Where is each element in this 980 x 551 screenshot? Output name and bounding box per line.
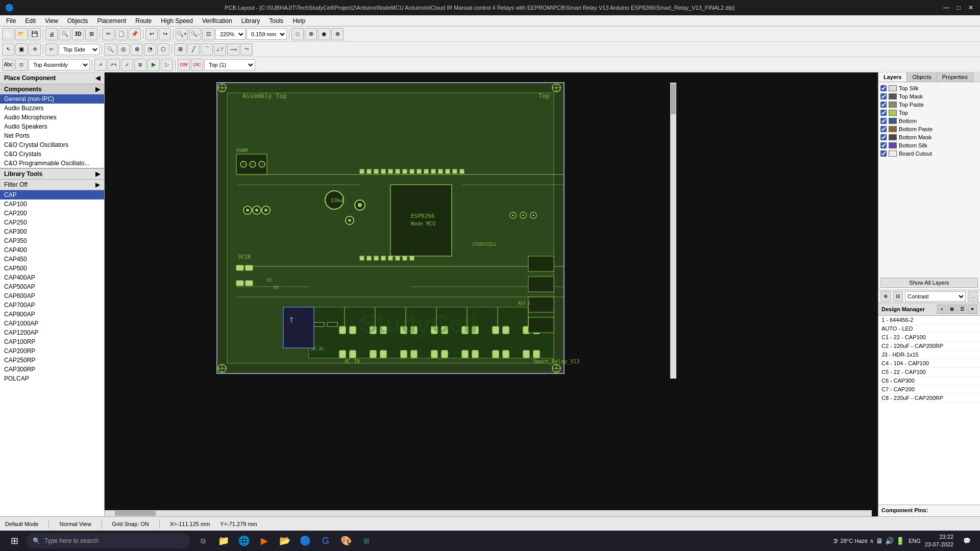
layer-checkbox[interactable]: [880, 142, 887, 148]
menu-item-route[interactable]: Route: [131, 16, 156, 26]
cap-list-item[interactable]: CAP350: [0, 236, 104, 245]
contrast-btn-2[interactable]: ⊟: [893, 291, 903, 302]
zoom-select[interactable]: 220%: [215, 29, 246, 40]
design-manager-item[interactable]: C5 - 22 - CAP100: [878, 368, 980, 377]
network-icon[interactable]: 🖥: [876, 537, 883, 545]
contrast-btn-1[interactable]: ⊕: [880, 291, 891, 302]
menu-item-help[interactable]: Help: [288, 16, 309, 26]
design-manager-item[interactable]: C2 - 220uF - CAP200RP: [878, 342, 980, 350]
chevron-up-icon[interactable]: ∧: [870, 538, 874, 544]
library-tools-header[interactable]: Library Tools ▶: [0, 168, 104, 180]
pcb-view[interactable]: ESP8266 Node MCU STUDYCELL: [105, 72, 878, 516]
gloss-button[interactable]: 〜: [240, 43, 253, 56]
play2-btn[interactable]: ▷: [161, 59, 173, 71]
design-manager-item[interactable]: C1 - 22 - CAP100: [878, 333, 980, 342]
taskbar-app-browser1[interactable]: 🌐: [235, 532, 253, 550]
menu-item-view[interactable]: View: [41, 16, 62, 26]
zoom-in-button[interactable]: 🔍+: [176, 28, 188, 40]
start-button[interactable]: ⊞: [4, 532, 24, 550]
search-button[interactable]: 🔍: [59, 28, 71, 40]
cap-list-item[interactable]: POLCAP: [0, 374, 104, 383]
layer-checkbox[interactable]: [880, 93, 887, 99]
comp-item[interactable]: C&O Crystal Oscillators: [0, 140, 104, 149]
poly-button[interactable]: ⬡: [157, 43, 169, 56]
measure-button[interactable]: ⊕: [131, 43, 143, 56]
dfm2-btn[interactable]: DfC: [191, 59, 203, 71]
components-header[interactable]: Components ▶: [0, 84, 104, 94]
cap-list-item[interactable]: CAP250: [0, 218, 104, 227]
select-button[interactable]: ↖: [2, 43, 14, 56]
drc-button[interactable]: ◎: [117, 43, 130, 56]
design-manager-item[interactable]: C8 - 220uF - CAP200RP: [878, 394, 980, 403]
design-manager-item[interactable]: J3 - HDR-1x15: [878, 350, 980, 359]
route-mode2-btn[interactable]: ↗↖: [108, 59, 120, 71]
taskbar-app-file-explorer[interactable]: 📁: [214, 532, 233, 550]
menu-item-high-speed[interactable]: High Speed: [157, 16, 197, 26]
tab-objects[interactable]: Objects: [907, 72, 937, 82]
arc-button[interactable]: ◔: [144, 43, 156, 56]
cap-list-item[interactable]: CAP100RP: [0, 337, 104, 346]
str-button[interactable]: ⊡: [15, 59, 28, 71]
pad-button[interactable]: ◉: [318, 28, 330, 40]
layer-checkbox[interactable]: [880, 102, 887, 108]
filter-header[interactable]: Filter Off ▶: [0, 180, 104, 190]
design-manager-item[interactable]: 1 - 644456-2: [878, 316, 980, 324]
menu-item-verification[interactable]: Verification: [198, 16, 236, 26]
comp-item[interactable]: Audio Buzzers: [0, 104, 104, 113]
menu-item-objects[interactable]: Objects: [63, 16, 92, 26]
contrast-select[interactable]: Contrast: [905, 291, 966, 302]
comp-item[interactable]: Net Ports: [0, 131, 104, 140]
route-mode3-btn[interactable]: ⤢: [121, 59, 133, 71]
play-btn[interactable]: ▶: [148, 59, 160, 71]
contrast-more-btn[interactable]: …: [968, 291, 978, 302]
comp-item[interactable]: General (non-IPC): [0, 94, 104, 104]
clock[interactable]: 23:22 23-07-2022: [925, 533, 953, 549]
comp-item[interactable]: C&O Programmable Oscillato...: [0, 159, 104, 168]
design-manager-item[interactable]: AUTO - LED: [878, 324, 980, 333]
menu-item-library[interactable]: Library: [237, 16, 264, 26]
cap-list-item[interactable]: CAP250RP: [0, 356, 104, 365]
grid-select[interactable]: 0.159 mm: [247, 29, 287, 40]
design-manager-item[interactable]: C6 - CAP300: [878, 377, 980, 385]
menu-item-file[interactable]: File: [2, 16, 20, 26]
maximize-button[interactable]: □: [954, 4, 963, 12]
cap-list-item[interactable]: CAP400: [0, 245, 104, 255]
via-button[interactable]: ⊗: [331, 28, 344, 40]
paste-button[interactable]: 📌: [129, 28, 141, 40]
cap-list-item[interactable]: CAP500: [0, 264, 104, 273]
menu-item-tools[interactable]: Tools: [265, 16, 287, 26]
zoom-fit-button[interactable]: ⊡: [202, 28, 214, 40]
cap-list-item[interactable]: CAP300RP: [0, 365, 104, 374]
undo-button[interactable]: ↩: [145, 28, 158, 40]
cap-list-item[interactable]: CAP100: [0, 199, 104, 209]
line-button[interactable]: ╱: [187, 43, 200, 56]
route-button[interactable]: ⊨: [45, 43, 58, 56]
arc2-button[interactable]: ⌒: [201, 43, 213, 56]
show-all-layers-button[interactable]: Show All Layers: [880, 278, 978, 288]
route-mode-btn[interactable]: ↗: [94, 59, 107, 71]
inspect-button[interactable]: 🔍: [104, 43, 116, 56]
dm-icon-filter[interactable]: ▼: [968, 305, 977, 314]
open-button[interactable]: 📂: [15, 28, 28, 40]
cut-button[interactable]: ✂: [102, 28, 114, 40]
minimize-button[interactable]: —: [942, 4, 950, 12]
layer-checkbox[interactable]: [880, 118, 887, 124]
new-button[interactable]: 📄: [2, 28, 14, 40]
abc-button[interactable]: Abc: [2, 59, 14, 71]
layer-pair-button[interactable]: ⬡: [291, 28, 304, 40]
speaker-icon[interactable]: 🔊: [885, 537, 894, 545]
side-select[interactable]: Top Side: [59, 44, 100, 55]
cap-list-item[interactable]: CAP450: [0, 255, 104, 264]
cap-list-item[interactable]: CAP800AP: [0, 310, 104, 319]
design-manager-item[interactable]: C7 - CAP200: [878, 385, 980, 394]
assembly-select[interactable]: Top Assembly: [29, 59, 90, 70]
grid-button[interactable]: ⊞: [85, 28, 97, 40]
copy-button[interactable]: 📋: [115, 28, 128, 40]
route2-button[interactable]: ⊞: [174, 43, 186, 56]
cap-list-item[interactable]: CAP400AP: [0, 273, 104, 282]
close-button[interactable]: ✕: [967, 4, 975, 12]
comp-item[interactable]: Audio Microphones: [0, 113, 104, 122]
taskview-icon[interactable]: ⧉: [194, 532, 212, 550]
search-bar[interactable]: 🔍 Type here to search: [27, 533, 190, 548]
battery-icon[interactable]: 🔋: [896, 537, 904, 545]
